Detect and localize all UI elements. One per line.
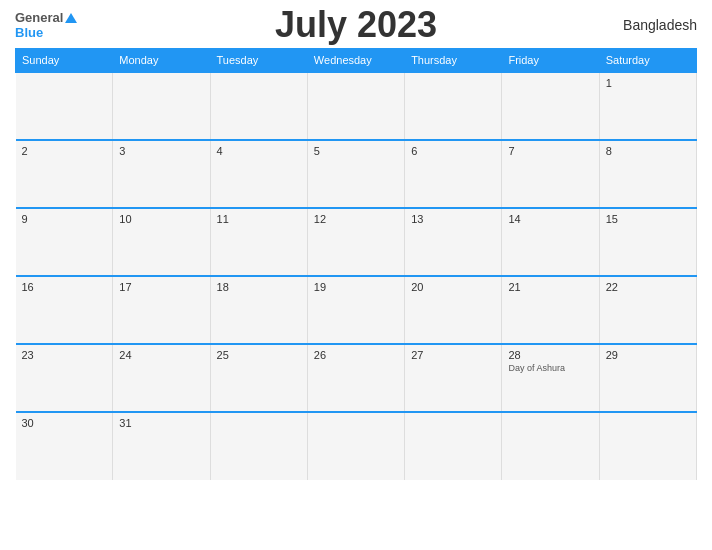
calendar-cell: 31 <box>113 412 210 480</box>
month-title: July 2023 <box>275 4 437 46</box>
calendar-cell: 13 <box>405 208 502 276</box>
calendar-cell: 5 <box>307 140 404 208</box>
calendar-cell: 8 <box>599 140 696 208</box>
day-number: 6 <box>411 145 495 157</box>
calendar-cell: 10 <box>113 208 210 276</box>
header-wednesday: Wednesday <box>307 49 404 73</box>
calendar-week-row: 2345678 <box>16 140 697 208</box>
calendar-cell: 30 <box>16 412 113 480</box>
day-number: 18 <box>217 281 301 293</box>
day-number: 13 <box>411 213 495 225</box>
calendar-cell <box>210 72 307 140</box>
calendar-cell: 14 <box>502 208 599 276</box>
calendar-week-row: 232425262728Day of Ashura29 <box>16 344 697 412</box>
day-number: 19 <box>314 281 398 293</box>
calendar-cell <box>502 412 599 480</box>
calendar-week-row: 3031 <box>16 412 697 480</box>
day-number: 30 <box>22 417 107 429</box>
header-saturday: Saturday <box>599 49 696 73</box>
calendar-cell <box>502 72 599 140</box>
day-number: 26 <box>314 349 398 361</box>
calendar-cell: 3 <box>113 140 210 208</box>
header-monday: Monday <box>113 49 210 73</box>
calendar-cell: 20 <box>405 276 502 344</box>
day-number: 28 <box>508 349 592 361</box>
calendar-header: General Blue July 2023 Bangladesh <box>15 10 697 40</box>
calendar-cell <box>599 412 696 480</box>
calendar-cell <box>405 72 502 140</box>
day-number: 9 <box>22 213 107 225</box>
calendar-week-row: 9101112131415 <box>16 208 697 276</box>
calendar-cell: 23 <box>16 344 113 412</box>
calendar-cell: 7 <box>502 140 599 208</box>
calendar-body: 1234567891011121314151617181920212223242… <box>16 72 697 480</box>
day-number: 3 <box>119 145 203 157</box>
calendar-cell <box>405 412 502 480</box>
day-number: 27 <box>411 349 495 361</box>
calendar-cell: 22 <box>599 276 696 344</box>
calendar-cell: 11 <box>210 208 307 276</box>
logo-triangle-icon <box>65 13 77 23</box>
calendar-cell: 18 <box>210 276 307 344</box>
logo-general-text: General <box>15 10 63 25</box>
calendar-cell: 29 <box>599 344 696 412</box>
calendar-cell: 1 <box>599 72 696 140</box>
day-number: 29 <box>606 349 690 361</box>
calendar-cell: 2 <box>16 140 113 208</box>
calendar-cell <box>210 412 307 480</box>
day-number: 31 <box>119 417 203 429</box>
calendar-cell <box>307 72 404 140</box>
calendar-cell <box>307 412 404 480</box>
calendar-cell: 27 <box>405 344 502 412</box>
holiday-label: Day of Ashura <box>508 363 592 373</box>
calendar-cell: 19 <box>307 276 404 344</box>
calendar-cell: 6 <box>405 140 502 208</box>
day-number: 20 <box>411 281 495 293</box>
day-number: 22 <box>606 281 690 293</box>
day-number: 4 <box>217 145 301 157</box>
header-friday: Friday <box>502 49 599 73</box>
day-number: 16 <box>22 281 107 293</box>
calendar-cell: 15 <box>599 208 696 276</box>
calendar-table: Sunday Monday Tuesday Wednesday Thursday… <box>15 48 697 480</box>
day-number: 2 <box>22 145 107 157</box>
day-number: 15 <box>606 213 690 225</box>
day-number: 25 <box>217 349 301 361</box>
calendar-week-row: 1 <box>16 72 697 140</box>
day-number: 23 <box>22 349 107 361</box>
calendar-container: General Blue July 2023 Bangladesh Sunday… <box>0 0 712 550</box>
day-number: 1 <box>606 77 690 89</box>
calendar-cell: 21 <box>502 276 599 344</box>
calendar-cell: 9 <box>16 208 113 276</box>
calendar-cell <box>113 72 210 140</box>
day-number: 12 <box>314 213 398 225</box>
calendar-cell <box>16 72 113 140</box>
day-number: 17 <box>119 281 203 293</box>
logo-blue-text: Blue <box>15 25 43 40</box>
header-tuesday: Tuesday <box>210 49 307 73</box>
day-number: 8 <box>606 145 690 157</box>
calendar-cell: 16 <box>16 276 113 344</box>
logo: General Blue <box>15 10 77 40</box>
day-number: 5 <box>314 145 398 157</box>
day-number: 10 <box>119 213 203 225</box>
day-number: 21 <box>508 281 592 293</box>
calendar-cell: 12 <box>307 208 404 276</box>
calendar-cell: 28Day of Ashura <box>502 344 599 412</box>
calendar-cell: 17 <box>113 276 210 344</box>
day-number: 7 <box>508 145 592 157</box>
calendar-cell: 26 <box>307 344 404 412</box>
country-label: Bangladesh <box>623 17 697 33</box>
weekday-header-row: Sunday Monday Tuesday Wednesday Thursday… <box>16 49 697 73</box>
header-sunday: Sunday <box>16 49 113 73</box>
day-number: 14 <box>508 213 592 225</box>
calendar-cell: 4 <box>210 140 307 208</box>
header-thursday: Thursday <box>405 49 502 73</box>
calendar-cell: 25 <box>210 344 307 412</box>
day-number: 11 <box>217 213 301 225</box>
calendar-cell: 24 <box>113 344 210 412</box>
calendar-week-row: 16171819202122 <box>16 276 697 344</box>
day-number: 24 <box>119 349 203 361</box>
